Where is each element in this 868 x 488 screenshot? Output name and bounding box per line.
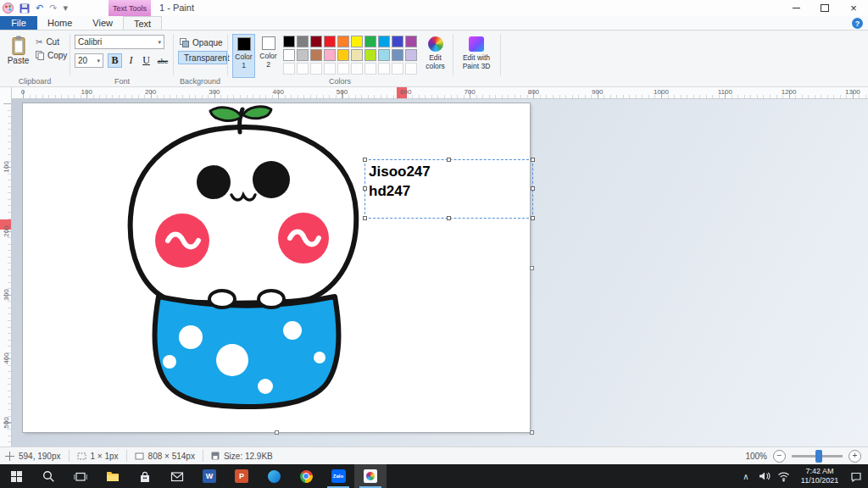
minimize-button[interactable] (782, 0, 810, 16)
volume-button[interactable] (756, 464, 773, 488)
canvas-resize-handle-corner[interactable] (530, 430, 534, 435)
canvas-resize-handle-bottom[interactable] (275, 430, 279, 435)
copy-button[interactable]: Copy (36, 51, 67, 60)
powerpoint-button[interactable]: P (225, 464, 258, 488)
task-view-button[interactable] (64, 464, 97, 488)
palette-swatch-empty[interactable] (392, 63, 403, 75)
color1-button[interactable]: Color 1 (232, 34, 255, 78)
palette-swatch[interactable] (351, 36, 363, 47)
taskbar-clock[interactable]: 7:42 AM 11/10/2021 (793, 467, 846, 485)
palette-swatch[interactable] (405, 36, 417, 47)
palette-swatch[interactable] (283, 49, 295, 61)
palette-swatch[interactable] (392, 49, 403, 61)
color2-button[interactable]: Color 2 (257, 34, 280, 78)
paste-button[interactable]: Paste (4, 34, 32, 80)
palette-swatch-empty[interactable] (351, 63, 363, 75)
font-group-label: Font (71, 77, 173, 86)
palette-swatch-empty[interactable] (405, 63, 417, 75)
cut-label: Cut (46, 37, 59, 47)
palette-swatch[interactable] (364, 49, 376, 61)
help-button[interactable]: ? (852, 18, 863, 29)
canvas-resize-handle-right[interactable] (530, 266, 534, 270)
zalo-button[interactable]: Zalo (322, 464, 354, 488)
start-button[interactable] (0, 464, 32, 488)
zoom-slider-thumb[interactable] (815, 450, 822, 463)
save-button[interactable] (19, 3, 30, 14)
palette-swatch-empty[interactable] (283, 63, 295, 75)
resize-handle[interactable] (363, 158, 367, 162)
edge-button[interactable] (258, 464, 290, 488)
undo-button[interactable]: ↶ (36, 0, 43, 16)
group-separator (227, 34, 228, 75)
text-selection-box[interactable]: Jisoo247hd247 (364, 159, 533, 219)
palette-swatch[interactable] (297, 36, 309, 47)
word-button[interactable]: W (193, 464, 225, 488)
palette-swatch[interactable] (310, 49, 322, 61)
tab-file[interactable]: File (0, 16, 37, 30)
italic-button[interactable]: I (124, 53, 138, 68)
resize-handle[interactable] (531, 186, 535, 191)
palette-swatch[interactable] (324, 36, 336, 47)
palette-swatch-empty[interactable] (310, 63, 322, 75)
font-size-combo[interactable]: 20 ▾ (75, 53, 103, 68)
palette-swatch-empty[interactable] (297, 63, 309, 75)
restore-button[interactable] (810, 0, 839, 16)
palette-swatch[interactable] (310, 36, 322, 47)
redo-button[interactable]: ↷ (49, 0, 57, 16)
ruler-number: 500 (2, 417, 9, 428)
resize-handle[interactable] (531, 158, 535, 162)
resize-handle[interactable] (447, 216, 451, 220)
cursor-position-readout: 594, 190px (5, 452, 61, 461)
palette-swatch-empty[interactable] (337, 63, 349, 75)
palette-swatch[interactable] (337, 49, 349, 61)
resize-handle[interactable] (363, 186, 367, 191)
palette-swatch-empty[interactable] (324, 63, 336, 75)
palette-swatch[interactable] (351, 49, 363, 61)
palette-swatch[interactable] (378, 36, 390, 47)
edit-colors-button[interactable]: Edit colors (421, 34, 449, 78)
palette-swatch[interactable] (337, 36, 349, 47)
chrome-button[interactable] (290, 464, 322, 488)
font-family-combo[interactable]: Calibri ▾ (75, 35, 164, 49)
zoom-in-button[interactable]: + (849, 450, 861, 463)
tab-text[interactable]: Text (123, 16, 162, 30)
strikethrough-button[interactable]: abc (154, 53, 171, 68)
palette-swatch[interactable] (324, 49, 336, 61)
palette-swatch-empty[interactable] (364, 63, 376, 75)
hidden-icons-button[interactable]: ∧ (737, 464, 754, 488)
palette-swatch[interactable] (283, 36, 295, 47)
palette-swatch[interactable] (364, 36, 376, 47)
canvas-text[interactable]: Jisoo247hd247 (369, 162, 431, 201)
tab-view[interactable]: View (82, 16, 123, 30)
palette-swatch[interactable] (392, 36, 403, 47)
drawing-canvas[interactable]: Jisoo247hd247 (23, 103, 530, 432)
bold-button[interactable]: B (108, 53, 122, 68)
resize-handle[interactable] (363, 216, 367, 220)
network-button[interactable] (775, 464, 792, 488)
transparent-button[interactable]: Transparent (178, 51, 227, 64)
file-explorer-button[interactable] (97, 464, 129, 488)
close-button[interactable]: × (839, 0, 868, 16)
resize-handle[interactable] (531, 216, 535, 220)
palette-swatch-empty[interactable] (378, 63, 390, 75)
paint-taskbar-button[interactable] (354, 464, 387, 488)
qat-customize-button[interactable]: ▾ (63, 0, 68, 16)
opaque-button[interactable]: Opaque (178, 36, 227, 49)
palette-swatch[interactable] (297, 49, 309, 61)
edge-icon (268, 470, 281, 483)
palette-swatch[interactable] (405, 49, 417, 61)
palette-swatch[interactable] (378, 49, 390, 61)
resize-handle[interactable] (447, 158, 451, 162)
status-bar: 594, 190px 1 × 1px 808 × 514px Size: 12.… (0, 446, 868, 464)
tab-home[interactable]: Home (37, 16, 82, 30)
microsoft-store-button[interactable] (129, 464, 161, 488)
zoom-out-button[interactable]: − (773, 450, 786, 463)
action-center-button[interactable] (848, 464, 865, 488)
mail-button[interactable] (161, 464, 193, 488)
cut-button[interactable]: ✂ Cut (36, 37, 59, 47)
taskbar-search-button[interactable] (32, 464, 64, 488)
edit-with-paint3d-button[interactable]: Edit with Paint 3D (457, 34, 496, 78)
underline-button[interactable]: U (139, 53, 153, 68)
zoom-slider[interactable] (792, 455, 843, 458)
tray-date: 11/10/2021 (793, 476, 846, 485)
